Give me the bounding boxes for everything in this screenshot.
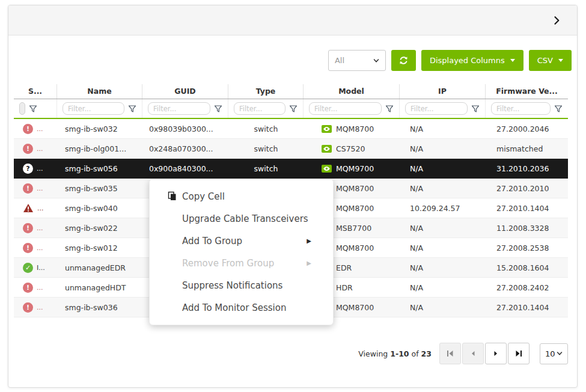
refresh-button[interactable] [391, 50, 416, 71]
filter-input[interactable] [148, 102, 210, 115]
column-header-firmware-ve[interactable]: Firmware Ve... [486, 84, 568, 99]
model-label: MQM8700 [336, 204, 374, 213]
firmware-cell: 15.2008.1604 [486, 258, 568, 277]
filter-funnel-icon[interactable] [29, 105, 37, 113]
column-header-s[interactable]: S... [14, 84, 57, 99]
viewing-of: of [412, 349, 419, 358]
model-label: MQM8700 [336, 243, 374, 253]
column-header-type[interactable]: Type [228, 84, 304, 99]
filter-funnel-icon[interactable] [128, 105, 136, 113]
viewing-total: 23 [421, 349, 432, 358]
submenu-arrow-icon: ▶ [307, 260, 311, 266]
refresh-icon [398, 55, 409, 66]
status-text: ... [37, 145, 43, 153]
firmware-cell: 27.2010.2010 [486, 179, 568, 198]
firmware-cell: 27.2008.2538 [486, 238, 568, 257]
name-cell: unmanagedEDR [57, 258, 142, 277]
filter-input[interactable] [309, 102, 382, 115]
viewing-label: Viewing [358, 349, 388, 358]
ip-cell: 10.209.24.57 [400, 198, 486, 218]
filter-input[interactable] [491, 102, 551, 115]
filter-funnel-icon[interactable] [289, 105, 298, 113]
menu-item-add-to-group[interactable]: Add To Group▶ [150, 230, 333, 252]
ip-cell: N/A [400, 258, 486, 277]
csv-button[interactable]: CSV [529, 50, 572, 71]
type-cell: switch [228, 159, 304, 178]
firmware-cell: 31.2010.2036 [486, 159, 568, 178]
model-label: MQM8700 [336, 303, 374, 312]
column-header-ip[interactable]: IP [400, 84, 486, 99]
filter-input[interactable] [19, 102, 25, 115]
displayed-columns-label: Displayed Columns [430, 56, 505, 65]
menu-item-add-to-monitor-session[interactable]: Add To Monitor Session [150, 296, 333, 319]
table-header-row: S...NameGUIDTypeModelIPFirmware Ve... [14, 84, 568, 99]
next-page-button[interactable] [485, 343, 507, 364]
ip-cell: N/A [400, 238, 486, 257]
table-toolbar: All Displayed Columns [14, 50, 572, 71]
last-page-button[interactable] [508, 343, 530, 364]
menu-item-label: Suppress Notifications [182, 280, 282, 291]
table-row[interactable]: ?...smg-ib-sw0560x900a840300...switchMQM… [14, 159, 568, 179]
filter-cell [14, 99, 57, 118]
menu-item-label: Add To Group [182, 236, 242, 247]
model-label: CS7520 [336, 144, 365, 153]
name-cell: smg-ib-olg001... [57, 139, 142, 158]
filter-input[interactable] [405, 102, 468, 115]
table-row[interactable]: !...smg-ib-sw0320x98039b0300...switchMQM… [14, 119, 568, 139]
model-cell: MQM9700 [304, 159, 400, 178]
menu-item-label: Upgrade Cable Transceivers [182, 213, 308, 224]
menu-item-suppress-notifications[interactable]: Suppress Notifications [150, 274, 333, 296]
status-text: ... [37, 284, 43, 292]
status-text: ... [37, 304, 43, 311]
filter-cell [228, 99, 304, 118]
page-size-select[interactable]: 10 [540, 343, 568, 364]
filter-funnel-icon[interactable] [385, 105, 394, 113]
pagination: Viewing 1-10 of 23 10 [14, 343, 572, 364]
status-cell: !... [14, 278, 57, 297]
status-cell: ?... [14, 159, 57, 178]
success-status-icon: ✓ [23, 263, 33, 273]
status-text: ... [37, 224, 43, 232]
status-text: ... [37, 125, 43, 133]
type-cell: switch [228, 139, 304, 158]
collapse-panel-icon[interactable] [551, 14, 563, 26]
column-header-guid[interactable]: GUID [142, 84, 228, 99]
error-status-icon: ! [23, 223, 33, 233]
status-cell: !... [14, 298, 57, 317]
column-header-model[interactable]: Model [304, 84, 400, 99]
status-cell: !... [14, 179, 57, 198]
ip-cell: N/A [400, 179, 486, 198]
table-row[interactable]: !...smg-ib-olg001...0x248a070300...switc… [14, 139, 568, 159]
status-cell: ✓I... [14, 258, 57, 277]
menu-item-label: Copy Cell [182, 191, 225, 202]
ip-cell: N/A [400, 119, 486, 138]
filter-input[interactable] [63, 102, 124, 115]
chevron-down-icon [373, 58, 379, 64]
model-label: MQM8700 [336, 184, 374, 193]
filter-funnel-icon[interactable] [554, 105, 563, 113]
column-header-name[interactable]: Name [57, 84, 142, 99]
displayed-columns-button[interactable]: Displayed Columns [421, 50, 523, 71]
filter-cell [400, 99, 486, 118]
nvidia-logo-icon [322, 145, 332, 153]
status-cell: !... [14, 218, 57, 237]
filter-funnel-icon[interactable] [471, 105, 480, 113]
model-cell: CS7520 [304, 139, 400, 158]
type-cell: switch [228, 119, 304, 138]
page-size-value: 10 [545, 349, 555, 358]
model-label: HDR [336, 283, 353, 292]
name-cell: smg-ib-sw032 [57, 119, 142, 138]
menu-item-upgrade-cable-transceivers[interactable]: Upgrade Cable Transceivers [150, 207, 333, 230]
menu-item-copy-cell[interactable]: Copy Cell [150, 185, 333, 207]
status-text: ... [37, 204, 44, 212]
ip-cell: N/A [400, 218, 486, 237]
status-text: I... [37, 264, 45, 272]
filter-funnel-icon[interactable] [214, 105, 222, 113]
caret-down-icon [558, 59, 563, 62]
table-filter-row [14, 99, 568, 119]
filter-input[interactable] [234, 102, 285, 115]
scope-filter-select[interactable]: All [328, 50, 386, 71]
menu-item-label: Add To Monitor Session [182, 302, 286, 313]
ip-cell: N/A [400, 298, 486, 317]
guid-cell: 0x248a070300... [142, 139, 228, 158]
